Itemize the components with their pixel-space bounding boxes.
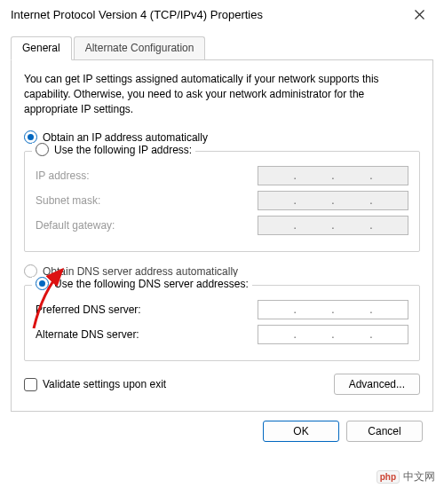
radio-label: Use the following IP address: [54, 144, 192, 156]
radio-label: Use the following DNS server addresses: [54, 278, 249, 290]
radio-dns-manual[interactable]: Use the following DNS server addresses: [32, 277, 252, 290]
alternate-dns-input[interactable]: ... [258, 325, 408, 344]
subnet-mask-input: ... [258, 191, 408, 210]
checkbox-icon [24, 378, 37, 391]
ok-button[interactable]: OK [263, 421, 339, 442]
preferred-dns-label: Preferred DNS server: [36, 303, 141, 316]
bottom-row: Validate settings upon exit Advanced... [24, 374, 420, 395]
tab-general[interactable]: General [11, 36, 72, 60]
dialog-buttons: OK Cancel [11, 412, 433, 442]
group-dns-manual: Use the following DNS server addresses: … [24, 285, 420, 361]
watermark-text: 中文网 [403, 469, 435, 484]
tabpanel-general: You can get IP settings assigned automat… [11, 59, 433, 412]
window-title: Internet Protocol Version 4 (TCP/IPv4) P… [11, 8, 263, 21]
watermark-logo-icon: php [377, 470, 400, 484]
cancel-button[interactable]: Cancel [346, 421, 423, 442]
ip-address-input: ... [258, 166, 408, 185]
watermark: php 中文网 [377, 469, 435, 484]
preferred-dns-input[interactable]: ... [258, 300, 408, 319]
advanced-button[interactable]: Advanced... [334, 374, 420, 395]
radio-ip-manual[interactable]: Use the following IP address: [32, 143, 195, 156]
titlebar: Internet Protocol Version 4 (TCP/IPv4) P… [0, 0, 444, 28]
close-button[interactable] [401, 2, 437, 27]
tabstrip: General Alternate Configuration [11, 36, 433, 60]
subnet-mask-label: Subnet mask: [36, 194, 100, 207]
alternate-dns-label: Alternate DNS server: [36, 328, 139, 341]
radio-label: Obtain DNS server address automatically [43, 265, 238, 278]
radio-ip-auto[interactable]: Obtain an IP address automatically [24, 130, 420, 144]
radio-label: Obtain an IP address automatically [43, 131, 208, 144]
radio-icon [36, 277, 49, 290]
dialog-body: General Alternate Configuration You can … [0, 28, 444, 453]
validate-label: Validate settings upon exit [43, 378, 166, 390]
tab-alternate[interactable]: Alternate Configuration [74, 36, 206, 59]
default-gateway-input: ... [258, 216, 408, 235]
close-icon [415, 10, 424, 20]
validate-checkbox[interactable]: Validate settings upon exit [24, 378, 166, 391]
radio-icon [24, 264, 37, 278]
default-gateway-label: Default gateway: [36, 219, 115, 232]
group-ip-manual: Use the following IP address: IP address… [24, 151, 420, 252]
ip-address-label: IP address: [36, 169, 89, 182]
radio-dns-auto[interactable]: Obtain DNS server address automatically [24, 264, 420, 278]
radio-icon [24, 130, 37, 144]
description-text: You can get IP settings assigned automat… [24, 72, 420, 116]
radio-icon [36, 143, 49, 156]
